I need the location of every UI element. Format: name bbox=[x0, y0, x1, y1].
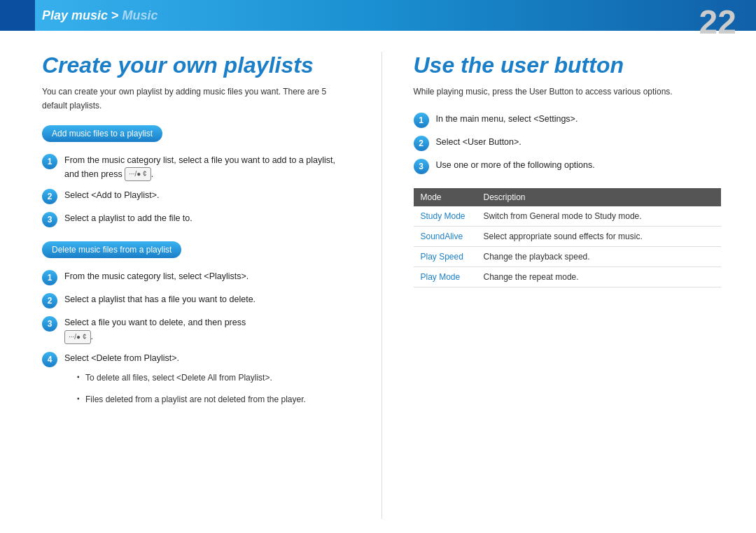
delete-step-number-4: 4 bbox=[42, 352, 57, 367]
add-step-2-text: Select <Add to Playlist>. bbox=[64, 188, 160, 202]
delete-step-2-text: Select a playlist that has a file you wa… bbox=[64, 292, 255, 306]
delete-steps-list: 1 From the music category list, select <… bbox=[42, 269, 350, 413]
table-cell-desc-1: Switch from General mode to Study mode. bbox=[477, 206, 722, 227]
step-number-1: 1 bbox=[42, 154, 57, 169]
right-column: Use the user button While playing music,… bbox=[414, 52, 722, 519]
left-intro-text: You can create your own playlist by addi… bbox=[42, 85, 350, 112]
delete-step-4-text: Select <Delete from Playlist>. To delete… bbox=[64, 351, 306, 413]
right-step-number-3: 3 bbox=[414, 159, 429, 174]
right-step-3: 3 Use one or more of the following optio… bbox=[414, 158, 722, 174]
delete-step-1: 1 From the music category list, select <… bbox=[42, 269, 350, 285]
step-number-3: 3 bbox=[42, 212, 57, 227]
add-step-1: 1 From the music category list, select a… bbox=[42, 153, 350, 182]
table-row: Play Speed Change the playback speed. bbox=[414, 246, 722, 266]
right-step-3-text: Use one or more of the following options… bbox=[436, 158, 595, 172]
delete-step-1-text: From the music category list, select <Pl… bbox=[64, 269, 248, 283]
delete-step-3: 3 Select a file you want to delete, and … bbox=[42, 315, 350, 344]
main-content: Create your own playlists You can create… bbox=[0, 31, 756, 533]
left-section-title: Create your own playlists bbox=[42, 52, 350, 78]
breadcrumb-separator: > bbox=[108, 8, 122, 22]
add-step-3-text: Select a playlist to add the file to. bbox=[64, 211, 192, 225]
breadcrumb: Play music > Music bbox=[42, 8, 158, 23]
table-row: Study Mode Switch from General mode to S… bbox=[414, 206, 722, 227]
right-intro-text: While playing music, press the User Butt… bbox=[414, 85, 722, 99]
delete-step-number-1: 1 bbox=[42, 270, 57, 285]
header-left-stripe bbox=[0, 0, 35, 31]
add-steps-list: 1 From the music category list, select a… bbox=[42, 153, 350, 228]
device-button-icon-1: ···/● ¢ bbox=[125, 167, 151, 181]
column-separator bbox=[382, 52, 382, 519]
add-step-2: 2 Select <Add to Playlist>. bbox=[42, 188, 350, 204]
breadcrumb-main: Play music bbox=[42, 8, 108, 22]
left-column: Create your own playlists You can create… bbox=[42, 52, 350, 519]
delete-step-4: 4 Select <Delete from Playlist>. To dele… bbox=[42, 351, 350, 413]
add-step-1-text: From the music category list, select a f… bbox=[64, 153, 350, 182]
table-row: SoundAlive Select appropriate sound effe… bbox=[414, 226, 722, 246]
right-step-1-text: In the main menu, select <Settings>. bbox=[436, 112, 578, 126]
bullet-list: To delete all files, select <Delete All … bbox=[64, 371, 306, 406]
right-step-1: 1 In the main menu, select <Settings>. bbox=[414, 112, 722, 128]
header-bar: Play music > Music bbox=[0, 0, 756, 31]
device-button-icon-2: ···/● ¢ bbox=[64, 330, 91, 344]
table-row: Play Mode Change the repeat mode. bbox=[414, 266, 722, 287]
mode-table: Mode Description Study Mode Switch from … bbox=[414, 188, 722, 287]
right-step-2: 2 Select <User Button>. bbox=[414, 135, 722, 151]
bullet-item-2: Files deleted from a playlist are not de… bbox=[78, 392, 306, 406]
bullet-item-1: To delete all files, select <Delete All … bbox=[78, 371, 306, 385]
table-cell-desc-4: Change the repeat mode. bbox=[477, 266, 722, 287]
table-header-row: Mode Description bbox=[414, 188, 722, 206]
right-steps-list: 1 In the main menu, select <Settings>. 2… bbox=[414, 112, 722, 174]
delete-step-3-text: Select a file you want to delete, and th… bbox=[64, 315, 246, 344]
add-step-3: 3 Select a playlist to add the file to. bbox=[42, 211, 350, 227]
table-header-description: Description bbox=[477, 188, 722, 206]
delete-pill-button: Delete music files from a playlist bbox=[42, 241, 181, 258]
table-cell-desc-2: Select appropriate sound effects for mus… bbox=[477, 226, 722, 246]
step-number-2: 2 bbox=[42, 189, 57, 204]
right-step-number-2: 2 bbox=[414, 136, 429, 151]
right-step-2-text: Select <User Button>. bbox=[436, 135, 522, 149]
table-cell-desc-3: Change the playback speed. bbox=[477, 246, 722, 266]
add-pill-button: Add music files to a playlist bbox=[42, 125, 162, 142]
table-header-mode: Mode bbox=[414, 188, 477, 206]
table-cell-mode-1: Study Mode bbox=[414, 206, 477, 227]
breadcrumb-sub: Music bbox=[122, 8, 158, 22]
table-cell-mode-2: SoundAlive bbox=[414, 226, 477, 246]
delete-step-2: 2 Select a playlist that has a file you … bbox=[42, 292, 350, 308]
right-step-number-1: 1 bbox=[414, 113, 429, 128]
right-section-title: Use the user button bbox=[414, 52, 722, 78]
delete-step-number-3: 3 bbox=[42, 316, 57, 332]
table-cell-mode-4: Play Mode bbox=[414, 266, 477, 287]
table-cell-mode-3: Play Speed bbox=[414, 246, 477, 266]
delete-step-number-2: 2 bbox=[42, 293, 57, 308]
